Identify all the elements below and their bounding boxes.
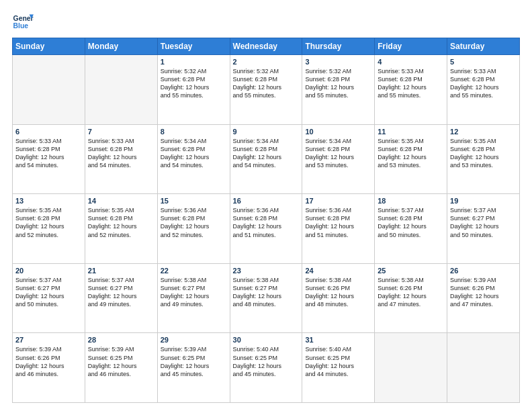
week-row-2: 6Sunrise: 5:33 AM Sunset: 6:28 PM Daylig… bbox=[13, 124, 520, 194]
calendar-cell: 4Sunrise: 5:33 AM Sunset: 6:28 PM Daylig… bbox=[375, 55, 447, 125]
week-row-1: 1Sunrise: 5:32 AM Sunset: 6:28 PM Daylig… bbox=[13, 55, 520, 125]
calendar-cell: 22Sunrise: 5:38 AM Sunset: 6:27 PM Dayli… bbox=[157, 263, 230, 333]
day-number: 18 bbox=[378, 197, 444, 205]
cell-info: Sunrise: 5:37 AM Sunset: 6:27 PM Dayligh… bbox=[450, 206, 517, 239]
calendar-cell: 13Sunrise: 5:35 AM Sunset: 6:28 PM Dayli… bbox=[13, 194, 85, 264]
day-number: 23 bbox=[233, 267, 300, 275]
calendar-cell: 19Sunrise: 5:37 AM Sunset: 6:27 PM Dayli… bbox=[447, 194, 520, 264]
calendar-cell: 18Sunrise: 5:37 AM Sunset: 6:28 PM Dayli… bbox=[375, 194, 447, 264]
calendar-cell: 1Sunrise: 5:32 AM Sunset: 6:28 PM Daylig… bbox=[157, 55, 230, 125]
calendar-cell: 25Sunrise: 5:38 AM Sunset: 6:26 PM Dayli… bbox=[375, 263, 447, 333]
cell-info: Sunrise: 5:38 AM Sunset: 6:27 PM Dayligh… bbox=[233, 276, 300, 309]
cell-info: Sunrise: 5:38 AM Sunset: 6:26 PM Dayligh… bbox=[378, 276, 444, 309]
calendar-header-row: SundayMondayTuesdayWednesdayThursdayFrid… bbox=[13, 38, 520, 55]
calendar-cell: 20Sunrise: 5:37 AM Sunset: 6:27 PM Dayli… bbox=[13, 263, 85, 333]
cell-info: Sunrise: 5:36 AM Sunset: 6:28 PM Dayligh… bbox=[161, 206, 227, 239]
calendar-cell: 27Sunrise: 5:39 AM Sunset: 6:26 PM Dayli… bbox=[13, 333, 85, 403]
day-header-thursday: Thursday bbox=[302, 38, 375, 55]
cell-info: Sunrise: 5:35 AM Sunset: 6:28 PM Dayligh… bbox=[450, 137, 517, 170]
cell-info: Sunrise: 5:32 AM Sunset: 6:28 PM Dayligh… bbox=[161, 67, 227, 100]
cell-info: Sunrise: 5:40 AM Sunset: 6:25 PM Dayligh… bbox=[305, 345, 371, 378]
cell-info: Sunrise: 5:33 AM Sunset: 6:28 PM Dayligh… bbox=[15, 137, 82, 170]
day-number: 8 bbox=[161, 128, 227, 136]
day-number: 5 bbox=[450, 58, 517, 66]
calendar-cell bbox=[447, 333, 520, 403]
day-number: 6 bbox=[15, 128, 82, 136]
day-header-tuesday: Tuesday bbox=[157, 38, 230, 55]
calendar-cell: 28Sunrise: 5:39 AM Sunset: 6:25 PM Dayli… bbox=[85, 333, 157, 403]
calendar-cell: 24Sunrise: 5:38 AM Sunset: 6:26 PM Dayli… bbox=[302, 263, 375, 333]
cell-info: Sunrise: 5:34 AM Sunset: 6:28 PM Dayligh… bbox=[161, 137, 227, 170]
cell-info: Sunrise: 5:39 AM Sunset: 6:26 PM Dayligh… bbox=[450, 276, 517, 309]
calendar-cell: 17Sunrise: 5:36 AM Sunset: 6:28 PM Dayli… bbox=[302, 194, 375, 264]
day-number: 31 bbox=[305, 336, 371, 344]
calendar-cell: 9Sunrise: 5:34 AM Sunset: 6:28 PM Daylig… bbox=[230, 124, 302, 194]
calendar-cell: 16Sunrise: 5:36 AM Sunset: 6:28 PM Dayli… bbox=[230, 194, 302, 264]
day-number: 24 bbox=[305, 267, 371, 275]
day-number: 29 bbox=[161, 336, 227, 344]
calendar-cell: 7Sunrise: 5:33 AM Sunset: 6:28 PM Daylig… bbox=[85, 124, 157, 194]
cell-info: Sunrise: 5:33 AM Sunset: 6:28 PM Dayligh… bbox=[450, 67, 517, 100]
calendar-cell: 26Sunrise: 5:39 AM Sunset: 6:26 PM Dayli… bbox=[447, 263, 520, 333]
cell-info: Sunrise: 5:34 AM Sunset: 6:28 PM Dayligh… bbox=[233, 137, 300, 170]
calendar-cell: 15Sunrise: 5:36 AM Sunset: 6:28 PM Dayli… bbox=[157, 194, 230, 264]
day-number: 12 bbox=[450, 128, 517, 136]
calendar-cell: 5Sunrise: 5:33 AM Sunset: 6:28 PM Daylig… bbox=[447, 55, 520, 125]
day-number: 9 bbox=[233, 128, 300, 136]
calendar-cell: 14Sunrise: 5:35 AM Sunset: 6:28 PM Dayli… bbox=[85, 194, 157, 264]
week-row-4: 20Sunrise: 5:37 AM Sunset: 6:27 PM Dayli… bbox=[13, 263, 520, 333]
cell-info: Sunrise: 5:35 AM Sunset: 6:28 PM Dayligh… bbox=[88, 206, 154, 239]
cell-info: Sunrise: 5:37 AM Sunset: 6:28 PM Dayligh… bbox=[378, 206, 444, 239]
cell-info: Sunrise: 5:39 AM Sunset: 6:26 PM Dayligh… bbox=[15, 345, 82, 378]
calendar-cell: 2Sunrise: 5:32 AM Sunset: 6:28 PM Daylig… bbox=[230, 55, 302, 125]
cell-info: Sunrise: 5:36 AM Sunset: 6:28 PM Dayligh… bbox=[305, 206, 371, 239]
logo-icon: General Blue bbox=[12, 12, 34, 31]
day-number: 30 bbox=[233, 336, 300, 344]
cell-info: Sunrise: 5:33 AM Sunset: 6:28 PM Dayligh… bbox=[378, 67, 444, 100]
cell-info: Sunrise: 5:36 AM Sunset: 6:28 PM Dayligh… bbox=[233, 206, 300, 239]
day-header-friday: Friday bbox=[375, 38, 447, 55]
day-number: 26 bbox=[450, 267, 517, 275]
day-number: 17 bbox=[305, 197, 371, 205]
day-number: 14 bbox=[88, 197, 154, 205]
calendar-cell: 29Sunrise: 5:39 AM Sunset: 6:25 PM Dayli… bbox=[157, 333, 230, 403]
header: General Blue bbox=[12, 12, 520, 31]
cell-info: Sunrise: 5:39 AM Sunset: 6:25 PM Dayligh… bbox=[88, 345, 154, 378]
cell-info: Sunrise: 5:34 AM Sunset: 6:28 PM Dayligh… bbox=[305, 137, 371, 170]
week-row-5: 27Sunrise: 5:39 AM Sunset: 6:26 PM Dayli… bbox=[13, 333, 520, 403]
day-header-monday: Monday bbox=[85, 38, 157, 55]
calendar-table: SundayMondayTuesdayWednesdayThursdayFrid… bbox=[12, 38, 520, 403]
calendar-cell: 6Sunrise: 5:33 AM Sunset: 6:28 PM Daylig… bbox=[13, 124, 85, 194]
day-number: 25 bbox=[378, 267, 444, 275]
calendar-cell: 3Sunrise: 5:32 AM Sunset: 6:28 PM Daylig… bbox=[302, 55, 375, 125]
calendar-cell: 31Sunrise: 5:40 AM Sunset: 6:25 PM Dayli… bbox=[302, 333, 375, 403]
day-number: 11 bbox=[378, 128, 444, 136]
day-number: 27 bbox=[15, 336, 82, 344]
calendar-cell: 8Sunrise: 5:34 AM Sunset: 6:28 PM Daylig… bbox=[157, 124, 230, 194]
cell-info: Sunrise: 5:35 AM Sunset: 6:28 PM Dayligh… bbox=[15, 206, 82, 239]
calendar-cell: 21Sunrise: 5:37 AM Sunset: 6:27 PM Dayli… bbox=[85, 263, 157, 333]
day-number: 4 bbox=[378, 58, 444, 66]
cell-info: Sunrise: 5:37 AM Sunset: 6:27 PM Dayligh… bbox=[88, 276, 154, 309]
page: General Blue SundayMondayTuesdayWednesda… bbox=[0, 0, 532, 411]
day-number: 28 bbox=[88, 336, 154, 344]
day-number: 2 bbox=[233, 58, 300, 66]
day-header-sunday: Sunday bbox=[13, 38, 85, 55]
day-header-wednesday: Wednesday bbox=[230, 38, 302, 55]
calendar-cell: 23Sunrise: 5:38 AM Sunset: 6:27 PM Dayli… bbox=[230, 263, 302, 333]
day-number: 21 bbox=[88, 267, 154, 275]
day-number: 16 bbox=[233, 197, 300, 205]
day-header-saturday: Saturday bbox=[447, 38, 520, 55]
calendar-cell: 10Sunrise: 5:34 AM Sunset: 6:28 PM Dayli… bbox=[302, 124, 375, 194]
day-number: 1 bbox=[161, 58, 227, 66]
cell-info: Sunrise: 5:33 AM Sunset: 6:28 PM Dayligh… bbox=[88, 137, 154, 170]
cell-info: Sunrise: 5:37 AM Sunset: 6:27 PM Dayligh… bbox=[15, 276, 82, 309]
logo: General Blue bbox=[12, 12, 34, 31]
cell-info: Sunrise: 5:39 AM Sunset: 6:25 PM Dayligh… bbox=[161, 345, 227, 378]
cell-info: Sunrise: 5:38 AM Sunset: 6:26 PM Dayligh… bbox=[305, 276, 371, 309]
calendar-cell bbox=[85, 55, 157, 125]
day-number: 7 bbox=[88, 128, 154, 136]
cell-info: Sunrise: 5:32 AM Sunset: 6:28 PM Dayligh… bbox=[305, 67, 371, 100]
cell-info: Sunrise: 5:40 AM Sunset: 6:25 PM Dayligh… bbox=[233, 345, 300, 378]
cell-info: Sunrise: 5:38 AM Sunset: 6:27 PM Dayligh… bbox=[161, 276, 227, 309]
